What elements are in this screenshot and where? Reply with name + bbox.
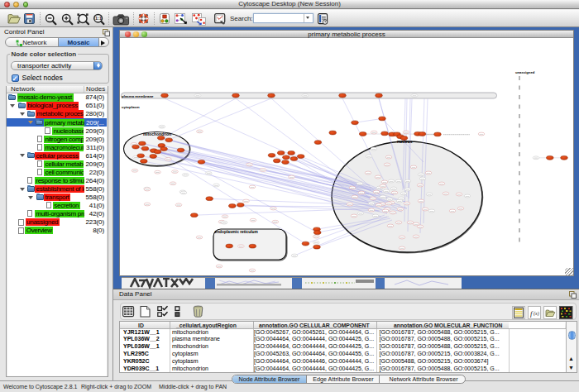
svg-text:mitochondrion: mitochondrion bbox=[143, 132, 171, 136]
svg-text:unassigned: unassigned bbox=[515, 70, 535, 74]
svg-text:endoplasmic reticulum: endoplasmic reticulum bbox=[215, 230, 258, 234]
svg-text:cytoplasm: cytoplasm bbox=[122, 105, 140, 109]
svg-text:(x): (x) bbox=[534, 311, 539, 317]
svg-text:1:1: 1:1 bbox=[95, 16, 102, 21]
svg-text:plasma membrane: plasma membrane bbox=[122, 94, 154, 98]
